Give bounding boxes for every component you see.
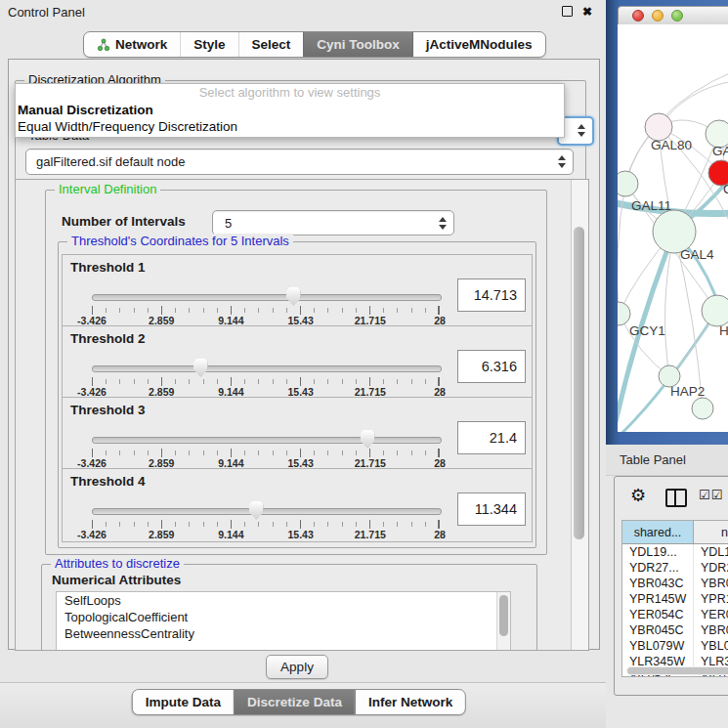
scrollbar-thumb[interactable]: [574, 227, 584, 539]
settings-vertical-scrollbar[interactable]: [571, 180, 588, 650]
node-label: GCY1: [629, 323, 665, 338]
tab-label: jActiveMNodules: [426, 37, 533, 52]
cell-shared-name[interactable]: YDL19...: [622, 544, 694, 560]
table-horizontal-scrollbar[interactable]: [626, 666, 728, 675]
table-row[interactable]: YBR045CYBR0: [622, 622, 728, 638]
tab-jactivemnodules[interactable]: jActiveMNodules: [412, 32, 545, 57]
tick-label: 21.715: [355, 529, 386, 540]
apply-button[interactable]: Apply: [266, 655, 328, 679]
tab-impute-data[interactable]: Impute Data: [133, 690, 234, 714]
close-icon[interactable]: ✖: [582, 7, 592, 17]
attribute-list-item[interactable]: SelfLoops: [57, 592, 510, 609]
tab-label: Style: [193, 37, 225, 52]
network-node[interactable]: [618, 171, 638, 196]
tab-infer-network[interactable]: Infer Network: [355, 690, 465, 714]
tab-label: Select: [252, 37, 291, 52]
tab-select[interactable]: Select: [238, 32, 304, 57]
attribute-list-item[interactable]: TopologicalCoefficient: [57, 609, 510, 625]
slider-thumb[interactable]: [286, 287, 301, 306]
table-row[interactable]: YBR043CYBR0: [622, 576, 728, 591]
list-scrollbar[interactable]: [496, 592, 510, 651]
threshold-row-4: Threshold 4 -3.4262.8599.14415.4321.7152…: [62, 468, 533, 542]
cell-name[interactable]: YDL1: [694, 544, 728, 560]
cell-shared-name[interactable]: YDR27...: [622, 560, 694, 576]
table-row[interactable]: YBL079WYBL0: [622, 638, 728, 654]
num-intervals-combo[interactable]: 5: [212, 210, 454, 236]
cell-name[interactable]: YBR0: [694, 622, 728, 638]
table-panel: ⚙ ☑☑ shared... na YDL19...YDL1YDR27...YD…: [614, 476, 728, 696]
cell-shared-name[interactable]: YBR045C: [622, 622, 694, 638]
zoom-traffic-light-icon[interactable]: [671, 10, 683, 21]
network-node[interactable]: [692, 398, 713, 419]
cell-name[interactable]: YER0: [694, 607, 728, 622]
table-panel-header: Table Panel: [606, 445, 728, 476]
cell-name[interactable]: YBR0: [694, 576, 728, 591]
scrollbar-thumb[interactable]: [627, 667, 728, 674]
attribute-list-item[interactable]: BetweennessCentrality: [57, 625, 510, 642]
threshold-value-field[interactable]: 6.316: [457, 350, 526, 383]
network-node[interactable]: [618, 302, 630, 325]
threshold-value-field[interactable]: 14.713: [457, 278, 526, 312]
algorithm-option[interactable]: Manual Discretization: [16, 102, 564, 118]
node-label: GA: [712, 144, 728, 158]
cell-name[interactable]: YDR2: [694, 560, 728, 576]
select-columns-icon[interactable]: ☑☑: [699, 488, 723, 502]
gear-icon[interactable]: ⚙: [630, 486, 646, 505]
threshold-label: Threshold 2: [70, 331, 146, 346]
threshold-slider[interactable]: [92, 508, 442, 515]
tick-label: 9.144: [218, 529, 243, 540]
cell-name[interactable]: YPR1: [694, 591, 728, 607]
node-label: HAP2: [670, 384, 705, 399]
network-node[interactable]: [645, 113, 672, 141]
float-window-icon[interactable]: [562, 6, 573, 17]
cell-shared-name[interactable]: YBL079W: [622, 638, 694, 654]
network-node[interactable]: [702, 295, 728, 326]
combo-value: galFiltered.sif default node: [26, 154, 557, 169]
numerical-attributes-list[interactable]: SelfLoopsTopologicalCoefficientBetweenne…: [56, 591, 511, 651]
column-header-name[interactable]: na: [694, 521, 728, 543]
spinner-up-icon: [558, 155, 566, 160]
close-traffic-light-icon[interactable]: [632, 10, 644, 21]
slider-thumb[interactable]: [249, 501, 264, 520]
table-row[interactable]: YPR145WYPR1: [622, 591, 728, 607]
scrollbar-thumb[interactable]: [499, 595, 508, 636]
threshold-slider[interactable]: [92, 294, 442, 301]
tab-cyni-toolbox[interactable]: Cyni Toolbox: [303, 32, 412, 57]
slider-thumb[interactable]: [361, 430, 375, 449]
spinner-down-icon: [578, 132, 585, 137]
node-table[interactable]: shared... na YDL19...YDL1YDR27...YDR2YBR…: [621, 520, 728, 677]
slider-thumb[interactable]: [193, 359, 208, 377]
split-columns-icon[interactable]: [665, 489, 687, 507]
algorithm-option[interactable]: Equal Width/Frequency Discretization: [16, 118, 564, 135]
cyni-toolbox-panel: Discretization Algorithm Select algorith…: [8, 59, 600, 650]
table-row[interactable]: YDL19...YDL1: [622, 544, 728, 560]
cell-name[interactable]: YBL0: [694, 638, 728, 654]
cell-shared-name[interactable]: YBR043C: [622, 576, 694, 591]
threshold-slider[interactable]: [92, 437, 442, 444]
tab-style[interactable]: Style: [180, 32, 237, 57]
control-panel-titlebar: Control Panel ✖: [0, 0, 606, 23]
slider-tick-labels: -3.4262.8599.14415.4321.71528: [92, 528, 440, 539]
node-label: GAL80: [651, 138, 692, 152]
minimize-traffic-light-icon[interactable]: [652, 10, 664, 21]
cell-shared-name[interactable]: YER054C: [622, 607, 694, 622]
threshold-label: Threshold 3: [70, 403, 146, 417]
algorithm-options-list: Manual DiscretizationEqual Width/Frequen…: [16, 102, 564, 135]
cell-shared-name[interactable]: YPR145W: [622, 591, 694, 607]
tab-network[interactable]: Network: [84, 32, 180, 57]
table-row[interactable]: YDR27...YDR2: [622, 560, 728, 576]
network-canvas[interactable]: GAL80GACGAL11GAL4GCY1HHAP2: [618, 24, 728, 432]
spinner-up-icon: [578, 124, 585, 129]
bottom-strip: Impute Data Discretize Data Infer Networ…: [0, 682, 606, 728]
table-row[interactable]: YER054CYER0: [622, 607, 728, 622]
control-panel: Control Panel ✖ Network Style Select Cyn…: [0, 0, 606, 728]
threshold-slider[interactable]: [92, 365, 442, 372]
tab-label: Impute Data: [146, 695, 221, 709]
threshold-row-2: Threshold 2 -3.4262.8599.14415.4321.7152…: [62, 325, 533, 400]
column-header-shared-name[interactable]: shared...: [622, 521, 694, 543]
tab-discretize-data[interactable]: Discretize Data: [234, 690, 355, 714]
table-data-combo[interactable]: galFiltered.sif default node: [25, 149, 574, 175]
threshold-value-field[interactable]: 21.4: [457, 421, 526, 454]
threshold-value-field[interactable]: 11.344: [457, 492, 526, 526]
spinner-down-icon: [439, 225, 447, 230]
